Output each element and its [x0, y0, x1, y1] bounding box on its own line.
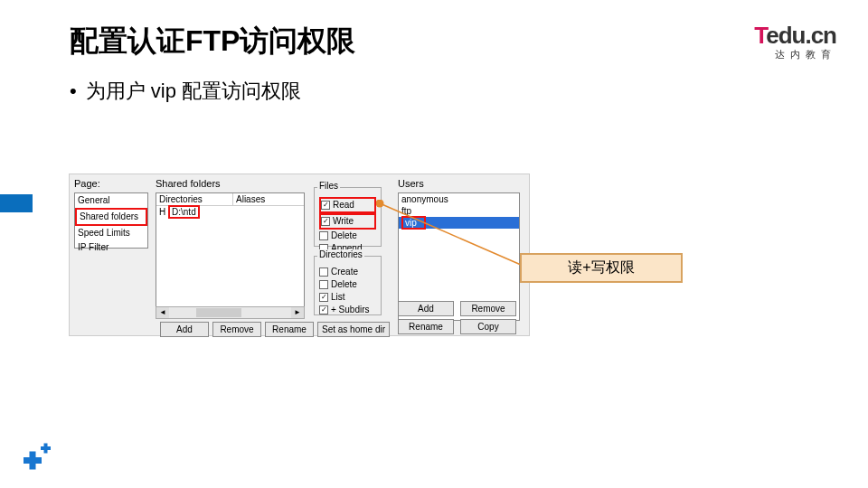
- brand-sub: 达内教育: [754, 48, 836, 61]
- checkbox-create[interactable]: [319, 267, 328, 277]
- decor-plus-icon: [16, 441, 54, 477]
- page-item-general[interactable]: General: [75, 193, 147, 208]
- folders-remove-button[interactable]: Remove: [212, 322, 261, 337]
- scroll-left-icon[interactable]: ◄: [156, 307, 169, 318]
- perm-create-label: Create: [331, 266, 358, 278]
- checkbox-list[interactable]: ✓: [319, 293, 328, 302]
- checkbox-write[interactable]: ✓: [321, 217, 330, 226]
- perm-dir-delete-label: Delete: [331, 278, 357, 291]
- page-list[interactable]: General Shared folders Speed Limits IP F…: [74, 192, 148, 249]
- side-tab: 知识讲解: [0, 194, 33, 212]
- scroll-right-icon[interactable]: ►: [291, 307, 304, 318]
- files-group-label: Files: [317, 181, 340, 191]
- svg-rect-5: [44, 444, 48, 454]
- settings-dialog: Page: General Shared folders Speed Limit…: [69, 174, 530, 336]
- dirs-permissions-group: Directories Create Delete ✓List ✓+ Subdi…: [314, 256, 382, 315]
- perm-file-delete-label: Delete: [331, 230, 357, 242]
- bullet-content: 为用户 vip 配置访问权限: [86, 80, 301, 102]
- perm-write-label: Write: [333, 215, 354, 228]
- shared-folders-label: Shared folders: [156, 178, 221, 189]
- page-item-speed-limits[interactable]: Speed Limits: [75, 226, 147, 240]
- perm-subdirs-label: + Subdirs: [331, 304, 370, 316]
- brand-t: T: [754, 22, 766, 49]
- col-directories: Directories: [156, 193, 233, 205]
- bullet-dot-icon: •: [70, 80, 77, 103]
- checkbox-subdirs[interactable]: ✓: [319, 305, 328, 314]
- perm-read-row[interactable]: ✓Read: [319, 197, 376, 213]
- folder-row[interactable]: H D:\ntd: [156, 206, 304, 218]
- perm-write-row[interactable]: ✓Write: [319, 213, 376, 230]
- folders-add-button[interactable]: Add: [160, 322, 209, 337]
- folder-prefix: H: [159, 207, 165, 217]
- brand-logo: Tedu.cn 达内教育: [754, 22, 836, 61]
- checkbox-read[interactable]: ✓: [321, 201, 330, 210]
- perm-delete-row[interactable]: Delete: [319, 230, 376, 242]
- user-item-anonymous[interactable]: anonymous: [399, 193, 519, 205]
- checkbox-dir-delete[interactable]: [319, 280, 328, 289]
- user-item-vip[interactable]: vip: [399, 217, 519, 229]
- folders-header: Directories Aliases: [156, 193, 304, 206]
- folder-path: D:\ntd: [168, 205, 200, 219]
- page-item-shared-folders[interactable]: Shared folders: [75, 208, 147, 226]
- folders-rename-button[interactable]: Rename: [265, 322, 314, 337]
- users-remove-button[interactable]: Remove: [460, 301, 516, 316]
- brand-main: Tedu.cn: [754, 22, 836, 50]
- files-permissions-group: Files ✓Read ✓Write Delete Append: [314, 187, 382, 247]
- page-label: Page:: [74, 178, 100, 189]
- bullet-text: •为用户 vip 配置访问权限: [70, 78, 301, 105]
- annotation-box: 读+写权限: [520, 253, 683, 283]
- col-aliases: Aliases: [233, 193, 268, 205]
- perm-read-label: Read: [333, 199, 354, 211]
- users-rename-button[interactable]: Rename: [398, 319, 454, 334]
- brand-rest: edu.cn: [766, 22, 836, 49]
- perm-list-row[interactable]: ✓List: [319, 291, 376, 304]
- scroll-thumb[interactable]: [196, 308, 241, 317]
- folders-scrollbar[interactable]: ◄ ►: [156, 306, 305, 319]
- users-copy-button[interactable]: Copy: [460, 319, 516, 334]
- perm-create-row[interactable]: Create: [319, 266, 376, 278]
- page-title: 配置认证FTP访问权限: [70, 22, 355, 61]
- svg-rect-3: [30, 452, 36, 470]
- dirs-group-label: Directories: [317, 249, 364, 259]
- users-add-button[interactable]: Add: [398, 301, 454, 316]
- user-vip-label: vip: [401, 216, 426, 230]
- checkbox-file-delete[interactable]: [319, 231, 328, 240]
- perm-dir-delete-row[interactable]: Delete: [319, 278, 376, 291]
- perm-list-label: List: [331, 291, 345, 304]
- perm-subdirs-row[interactable]: ✓+ Subdirs: [319, 304, 376, 316]
- set-home-dir-button[interactable]: Set as home dir: [317, 322, 390, 337]
- folders-list[interactable]: Directories Aliases H D:\ntd: [156, 192, 305, 310]
- users-label: Users: [398, 178, 424, 189]
- page-item-ip-filter[interactable]: IP Filter: [75, 240, 147, 255]
